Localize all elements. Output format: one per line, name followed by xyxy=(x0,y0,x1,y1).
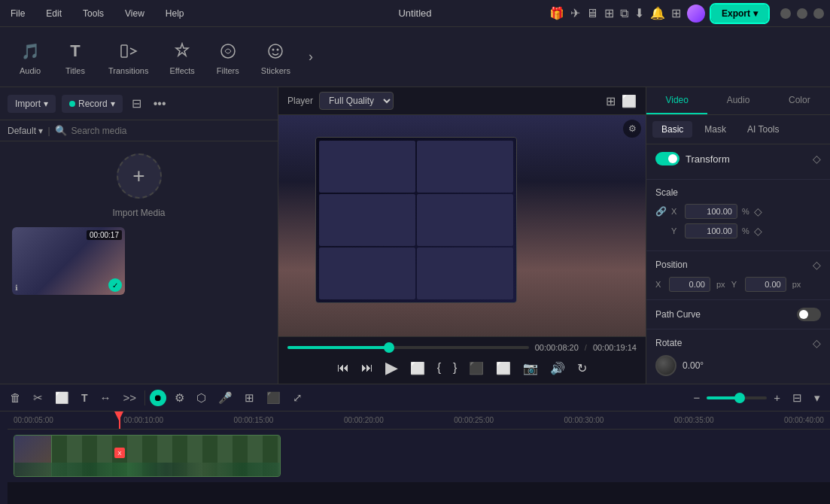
menu-edit[interactable]: Edit xyxy=(41,5,66,22)
toolbar-audio[interactable]: 🎵 Audio xyxy=(9,33,51,81)
import-button[interactable]: Import ▾ xyxy=(8,95,56,113)
menu-help[interactable]: Help xyxy=(161,5,189,22)
player-controls: 00:00:08:20 / 00:00:19:14 ⏮ ⏭ ▶ ⬜ { } ⬛ … xyxy=(278,336,646,384)
menu-view[interactable]: View xyxy=(120,5,149,22)
position-x-input[interactable] xyxy=(669,277,710,292)
split-button[interactable]: ⬛ xyxy=(469,361,484,375)
split-clip-button[interactable]: ✂ xyxy=(29,389,47,407)
toolbar-titles[interactable]: T Titles xyxy=(54,33,96,81)
rotate-video-button[interactable]: ↻ xyxy=(577,361,587,375)
progress-thumb[interactable] xyxy=(384,342,394,353)
toolbar-filters[interactable]: Filters xyxy=(207,33,249,81)
maximize-button[interactable] xyxy=(797,8,807,19)
transform-keyframe-icon[interactable]: ◇ xyxy=(813,153,821,165)
default-dropdown[interactable]: Default ▾ xyxy=(8,126,43,136)
extra-tools-button[interactable]: >> xyxy=(120,389,141,406)
audio-rec-button[interactable]: 🎤 xyxy=(214,389,236,407)
mark-out-button[interactable]: } xyxy=(453,361,457,375)
tab-video[interactable]: Video xyxy=(646,87,707,114)
subtab-basic[interactable]: Basic xyxy=(652,121,692,138)
toolbar-stickers[interactable]: Stickers xyxy=(252,33,299,81)
svg-point-3 xyxy=(272,48,275,50)
scale-x-input[interactable] xyxy=(685,204,737,219)
toolbar-effects[interactable]: Effects xyxy=(160,33,203,81)
trim-button[interactable]: ⬜ xyxy=(51,389,73,407)
grid-view-icon[interactable]: ⊞ xyxy=(606,94,616,108)
send-icon[interactable]: ✈ xyxy=(570,6,580,20)
record-button[interactable]: Record ▾ xyxy=(62,95,123,113)
go-to-start-button[interactable]: ⏮ xyxy=(337,361,349,375)
grid-layout-button[interactable]: ⊟ xyxy=(789,389,806,407)
dashboard-icon[interactable]: ⊞ xyxy=(671,6,681,20)
import-label: Import xyxy=(15,99,41,109)
add-media-button[interactable]: + xyxy=(117,153,162,199)
transform-toggle[interactable] xyxy=(655,152,680,165)
zoom-thumb[interactable] xyxy=(734,393,745,403)
layers-icon[interactable]: ⧉ xyxy=(620,7,628,20)
filter-icon[interactable]: ⊟ xyxy=(129,93,144,114)
tab-audio[interactable]: Audio xyxy=(707,87,768,114)
mark-in-button[interactable]: { xyxy=(437,361,441,375)
progress-bar[interactable] xyxy=(287,346,529,349)
delete-clip-button[interactable]: 🗑 xyxy=(6,389,25,406)
toolbar-audio-label: Audio xyxy=(20,66,41,75)
zoom-slider[interactable] xyxy=(707,396,767,399)
pip-button[interactable]: ⬛ xyxy=(263,389,284,407)
more-timeline-button[interactable]: ▾ xyxy=(810,389,824,407)
bell-icon[interactable]: 🔔 xyxy=(650,6,665,20)
scale-x-keyframe-icon[interactable]: ◇ xyxy=(754,205,762,217)
toolbar-transitions[interactable]: Transitions xyxy=(99,33,157,81)
rotate-knob[interactable] xyxy=(655,355,676,376)
frame-back-button[interactable]: ⏭ xyxy=(361,361,373,375)
stop-button[interactable]: ⬜ xyxy=(410,361,425,375)
marker-button[interactable]: ⬡ xyxy=(193,389,210,407)
path-curve-toggle[interactable] xyxy=(797,308,821,321)
tab-color[interactable]: Color xyxy=(769,87,830,114)
menu-file[interactable]: File xyxy=(6,5,29,22)
monitor-icon[interactable]: 🖥 xyxy=(586,7,598,20)
quality-select[interactable]: Full Quality xyxy=(319,92,394,110)
toolbar-more-button[interactable]: › xyxy=(303,43,319,71)
snapshot-button[interactable]: 📷 xyxy=(523,361,538,375)
search-input[interactable] xyxy=(71,126,271,136)
rotate-keyframe-icon[interactable]: ◇ xyxy=(813,337,821,349)
scale-y-input[interactable] xyxy=(685,223,737,238)
export-button[interactable]: Export ▾ xyxy=(711,5,768,23)
video-settings-icon[interactable]: ⚙ xyxy=(623,120,641,138)
media-info-icon[interactable]: ℹ xyxy=(15,284,18,292)
record-timeline-button[interactable]: ⏺ xyxy=(150,390,166,406)
play-button[interactable]: ▶ xyxy=(385,358,398,378)
media-grid: + Import Media 00:00:17 ✓ ℹ xyxy=(0,141,278,384)
close-button[interactable] xyxy=(813,8,824,19)
grid-icon[interactable]: ⊞ xyxy=(604,6,614,20)
subtab-mask[interactable]: Mask xyxy=(695,121,735,138)
crop-button[interactable]: ⬜ xyxy=(496,361,511,375)
position-y-input[interactable] xyxy=(745,277,786,292)
overlay-button[interactable]: ⊞ xyxy=(241,389,258,407)
zoom-in-button[interactable]: + xyxy=(770,389,784,406)
expand-icon[interactable]: ⬜ xyxy=(622,94,637,108)
search-icon: 🔍 xyxy=(55,125,67,136)
text-button[interactable]: T xyxy=(78,390,92,406)
settings-button[interactable]: ⚙ xyxy=(171,389,188,407)
menu-tools[interactable]: Tools xyxy=(78,5,108,22)
audio-button[interactable]: 🔊 xyxy=(550,361,565,375)
gift-icon[interactable]: 🎁 xyxy=(549,6,564,20)
titles-icon: T xyxy=(63,39,87,63)
position-keyframe-icon[interactable]: ◇ xyxy=(813,259,821,271)
record-chevron-icon: ▾ xyxy=(111,99,115,109)
more-options-icon[interactable]: ••• xyxy=(150,94,169,114)
scale-y-keyframe-icon[interactable]: ◇ xyxy=(754,225,762,237)
effects-icon xyxy=(170,39,194,63)
media-thumbnail[interactable]: 00:00:17 ✓ ℹ xyxy=(12,227,125,295)
zoom-out-button[interactable]: − xyxy=(689,389,704,406)
screen-inner xyxy=(316,138,516,302)
window-controls xyxy=(780,8,824,19)
user-avatar[interactable] xyxy=(687,5,705,23)
more-tools-button[interactable]: ↔ xyxy=(96,389,115,406)
subtab-ai-tools[interactable]: AI Tools xyxy=(738,121,788,138)
minimize-button[interactable] xyxy=(780,8,791,19)
download-icon[interactable]: ⬇ xyxy=(634,6,644,20)
resize-button[interactable]: ⤢ xyxy=(289,389,306,407)
video-clip[interactable] xyxy=(14,435,281,477)
